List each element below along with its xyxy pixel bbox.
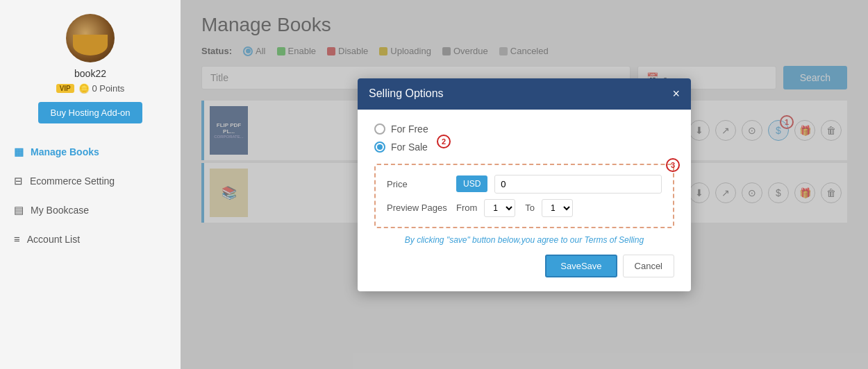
avatar [66,14,115,62]
selling-options-group: For Free For Sale 2 [374,123,674,153]
option-for-sale[interactable]: For Sale 2 [374,141,674,153]
modal-actions: SaveSave Cancel [374,255,674,277]
from-label: From [456,203,477,213]
price-label: Price [387,179,449,189]
from-select[interactable]: 123 [484,199,515,217]
cancel-button[interactable]: Cancel [623,255,674,277]
preview-row: Preview Pages From 123 To 123 [387,199,662,217]
radio-sale [374,141,385,153]
buy-hosting-button[interactable]: Buy Hosting Add-on [38,102,143,123]
to-label: To [525,203,535,213]
bookcase-icon: ▤ [14,204,24,216]
radio-free [374,123,385,135]
price-input[interactable] [494,175,662,194]
modal-title: Selling Options [369,87,444,100]
account-list-icon: ≡ [14,233,20,245]
sidebar-item-bookcase[interactable]: ▤ My Bookcase [0,196,181,225]
option-for-free[interactable]: For Free [374,123,674,135]
sidebar-item-label: Account List [27,234,80,245]
sidebar-item-label: My Bookcase [31,205,89,216]
vip-points-row: VIP 🪙 0 Points [56,83,125,94]
badge-2: 2 [437,135,451,148]
modal-header: Selling Options × [358,78,691,110]
username-label: book22 [74,68,106,79]
modal-body: For Free For Sale 2 3 Price USD [358,110,691,291]
coins-icon: 🪙 [78,83,90,94]
main-content: Manage Books Status: All Enable Disable … [181,0,868,369]
sidebar-item-account-list[interactable]: ≡ Account List [0,225,181,253]
selling-options-modal: Selling Options × For Free For Sale 2 [358,78,691,291]
price-row: Price USD [387,175,662,194]
modal-overlay: Selling Options × For Free For Sale 2 [181,0,868,369]
currency-button[interactable]: USD [456,175,487,192]
to-select[interactable]: 123 [542,199,573,217]
manage-books-icon: ▦ [14,146,24,158]
preview-label: Preview Pages [387,203,449,213]
vip-badge: VIP [56,84,74,93]
ecommerce-icon: ⊟ [14,175,23,187]
points-label: 🪙 0 Points [78,83,125,94]
modal-close-button[interactable]: × [672,87,680,101]
save-button[interactable]: SaveSave [545,255,617,277]
sidebar-item-label: Manage Books [31,146,99,157]
sidebar-item-ecommerce[interactable]: ⊟ Ecommerce Setting [0,166,181,196]
terms-text: By clicking "save" button below,you agre… [374,235,674,245]
sidebar: book22 VIP 🪙 0 Points Buy Hosting Add-on… [0,0,181,369]
badge-3: 3 [666,158,680,172]
sidebar-nav: ▦ Manage Books ⊟ Ecommerce Setting ▤ My … [0,137,181,253]
sidebar-item-manage-books[interactable]: ▦ Manage Books [0,137,181,166]
sidebar-item-label: Ecommerce Setting [30,175,115,187]
pricing-section: 3 Price USD Preview Pages From 123 To [374,164,674,228]
